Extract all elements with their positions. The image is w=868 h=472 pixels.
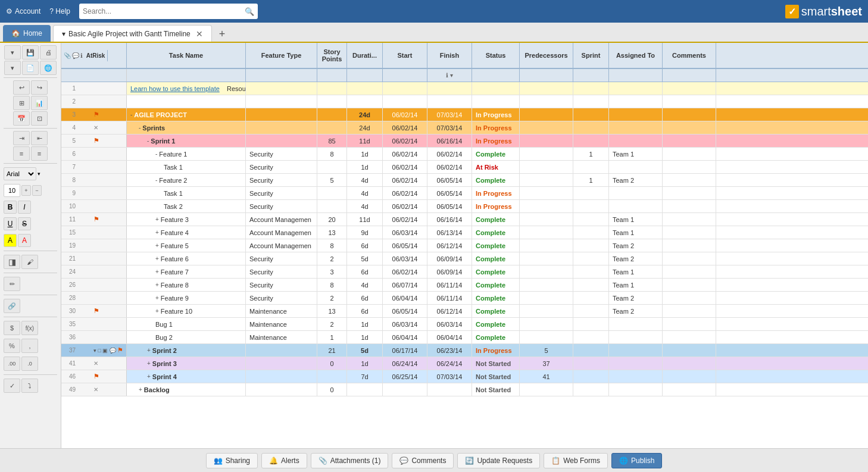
expand-icon[interactable]: + bbox=[155, 282, 159, 288]
assigned-to-cell[interactable]: Team 2 bbox=[609, 174, 663, 186]
sprint-cell[interactable] bbox=[573, 318, 609, 330]
story-points-cell[interactable] bbox=[317, 121, 347, 134]
start-cell[interactable] bbox=[383, 95, 427, 108]
status-cell[interactable]: Complete bbox=[472, 174, 520, 186]
status-cell[interactable]: Complete bbox=[472, 239, 520, 252]
finish-cell[interactable] bbox=[427, 82, 472, 95]
story-points-cell[interactable] bbox=[317, 187, 347, 199]
expand-icon[interactable]: + bbox=[155, 216, 159, 223]
feature-type-cell[interactable] bbox=[246, 135, 317, 147]
feature-type-cell[interactable]: Maintenance bbox=[246, 318, 317, 330]
status-cell[interactable]: Complete bbox=[472, 279, 520, 291]
italic-button[interactable]: I bbox=[18, 201, 31, 214]
finish-cell[interactable]: 06/16/14 bbox=[427, 213, 472, 226]
task-name-cell[interactable]: + Feature 4 bbox=[127, 226, 246, 239]
duration-cell[interactable]: 6d bbox=[347, 305, 383, 317]
sprint-cell[interactable] bbox=[573, 95, 609, 108]
paint-button[interactable]: 🖌 bbox=[21, 255, 38, 269]
feature-type-cell[interactable] bbox=[246, 108, 317, 121]
assigned-to-cell[interactable]: Team 1 bbox=[609, 148, 663, 160]
comments-button[interactable]: 💬 Comments bbox=[392, 453, 454, 468]
finish-cell[interactable] bbox=[427, 383, 472, 396]
task-name-cell[interactable]: + Feature 10 bbox=[127, 305, 246, 317]
assigned-to-cell[interactable]: Team 1 bbox=[609, 265, 663, 278]
web-forms-button[interactable]: 📋 Web Forms bbox=[544, 453, 608, 468]
start-cell[interactable]: 06/03/14 bbox=[383, 226, 427, 239]
sprint-cell[interactable] bbox=[573, 82, 609, 95]
comments-cell[interactable] bbox=[663, 95, 716, 108]
table-row[interactable]: 8- Feature 2Security54d06/02/1406/05/14C… bbox=[61, 174, 868, 187]
start-cell[interactable] bbox=[383, 82, 427, 95]
feature-type-cell[interactable]: Security bbox=[246, 279, 317, 291]
expand-icon[interactable]: + bbox=[155, 229, 159, 236]
assigned-to-cell[interactable]: Team 2 bbox=[609, 305, 663, 317]
expand-icon[interactable]: - bbox=[147, 137, 149, 144]
status-cell[interactable]: Not Started bbox=[472, 370, 520, 383]
start-cell[interactable]: 06/02/14 bbox=[383, 135, 427, 147]
assigned-to-header[interactable]: Assigned To bbox=[609, 43, 663, 68]
finish-cell[interactable]: 07/03/14 bbox=[427, 121, 472, 134]
task-name-cell[interactable]: Bug 2 bbox=[127, 331, 246, 343]
story-points-cell[interactable]: 0 bbox=[317, 383, 347, 396]
feature-type-cell[interactable] bbox=[246, 383, 317, 396]
predecessors-cell[interactable] bbox=[520, 121, 573, 134]
check-button[interactable]: ✓ bbox=[4, 379, 20, 393]
task-name-cell[interactable]: Learn how to use this template Resources bbox=[127, 82, 246, 95]
story-points-cell[interactable]: 0 bbox=[317, 357, 347, 370]
feature-type-cell[interactable]: Security bbox=[246, 252, 317, 265]
save-button[interactable]: 💾 bbox=[22, 45, 39, 60]
predecessors-cell[interactable] bbox=[520, 200, 573, 212]
attachments-button[interactable]: 📎 Attachments (1) bbox=[311, 453, 389, 468]
story-points-cell[interactable]: 2 bbox=[317, 292, 347, 304]
comments-cell[interactable] bbox=[663, 370, 716, 383]
start-cell[interactable]: 06/03/14 bbox=[383, 318, 427, 330]
task-link[interactable]: Learn how to use this template bbox=[130, 85, 220, 92]
status-cell[interactable]: In Progress bbox=[472, 135, 520, 147]
start-cell[interactable]: 06/02/14 bbox=[383, 161, 427, 173]
finish-cell[interactable]: 06/05/14 bbox=[427, 200, 472, 212]
predecessors-cell[interactable] bbox=[520, 318, 573, 330]
predecessors-cell[interactable] bbox=[520, 226, 573, 239]
finish-cell[interactable]: 06/02/14 bbox=[427, 148, 472, 160]
story-points-cell[interactable]: 20 bbox=[317, 213, 347, 226]
assigned-to-cell[interactable]: Team 2 bbox=[609, 252, 663, 265]
sprint-cell[interactable] bbox=[573, 370, 609, 383]
predecessors-cell[interactable] bbox=[520, 174, 573, 186]
duration-cell[interactable]: 4d bbox=[347, 187, 383, 199]
comments-cell[interactable] bbox=[663, 331, 716, 343]
comments-cell[interactable] bbox=[663, 82, 716, 95]
status-cell[interactable]: In Progress bbox=[472, 108, 520, 121]
start-cell[interactable]: 06/02/14 bbox=[383, 265, 427, 278]
status-header[interactable]: Status bbox=[472, 43, 520, 68]
decimal-less-button[interactable]: .0 bbox=[21, 357, 38, 371]
comments-cell[interactable] bbox=[663, 148, 716, 160]
story-points-cell[interactable] bbox=[317, 108, 347, 121]
finish-cell[interactable]: 06/11/14 bbox=[427, 279, 472, 291]
start-cell[interactable]: 06/17/14 bbox=[383, 344, 427, 357]
table-row[interactable]: 26+ Feature 8Security84d06/07/1406/11/14… bbox=[61, 279, 868, 292]
predecessors-cell[interactable] bbox=[520, 213, 573, 226]
status-cell[interactable]: Complete bbox=[472, 292, 520, 304]
finish-header[interactable]: Finish bbox=[427, 43, 472, 68]
story-points-cell[interactable]: 13 bbox=[317, 305, 347, 317]
status-cell[interactable]: At Risk bbox=[472, 161, 520, 173]
table-row[interactable]: 4✕- Sprints24d06/02/1407/03/14In Progres… bbox=[61, 121, 868, 135]
expand-icon[interactable]: + bbox=[155, 255, 159, 262]
duration-cell[interactable]: 4d bbox=[347, 174, 383, 186]
sprint-cell[interactable]: 1 bbox=[573, 174, 609, 186]
link-button[interactable]: 🔗 bbox=[4, 299, 20, 313]
status-cell[interactable]: Complete bbox=[472, 305, 520, 317]
story-points-cell[interactable]: 8 bbox=[317, 279, 347, 291]
card-button[interactable]: ⊡ bbox=[31, 111, 48, 126]
task-name-header[interactable]: Task Name bbox=[127, 43, 246, 68]
start-header[interactable]: Start bbox=[383, 43, 427, 68]
status-cell[interactable]: In Progress bbox=[472, 187, 520, 199]
predecessors-header[interactable]: Predecessors bbox=[520, 43, 573, 68]
duration-cell[interactable] bbox=[347, 95, 383, 108]
feature-type-cell[interactable]: Maintenance bbox=[246, 331, 317, 343]
status-cell[interactable]: Complete bbox=[472, 331, 520, 343]
sprint-cell[interactable] bbox=[573, 187, 609, 199]
feature-type-cell[interactable]: Security bbox=[246, 292, 317, 304]
duration-header[interactable]: Durati... bbox=[347, 43, 383, 68]
task-name-cell[interactable]: + Sprint 3 bbox=[127, 357, 246, 370]
